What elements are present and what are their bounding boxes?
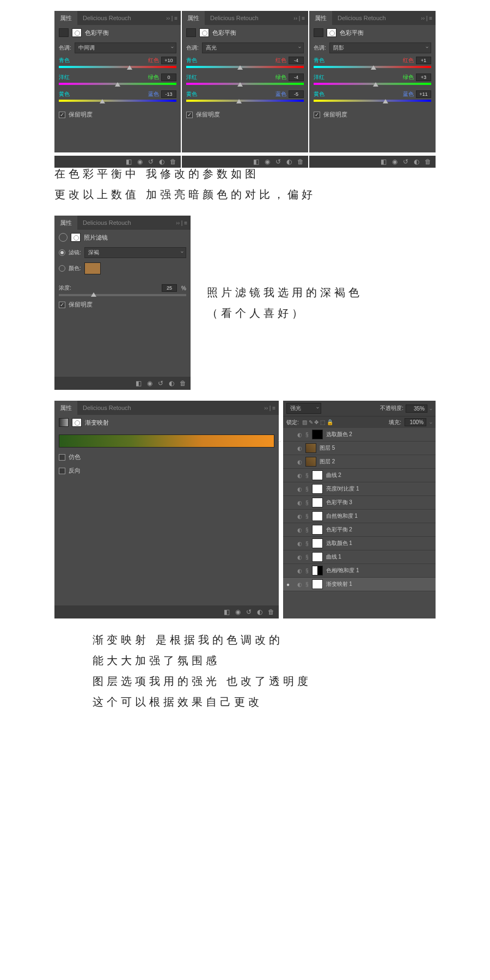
- reset-icon[interactable]: ↺: [158, 379, 163, 387]
- layer-thumbnail[interactable]: [312, 470, 323, 480]
- mask-icon[interactable]: [72, 418, 82, 427]
- link-icon[interactable]: §: [305, 541, 309, 547]
- panel-menu-icon[interactable]: ›› | ≡: [176, 220, 191, 226]
- color-slider[interactable]: [186, 100, 304, 105]
- link-icon[interactable]: §: [305, 527, 309, 533]
- layer-thumbnail[interactable]: [305, 457, 316, 467]
- adjustment-icon[interactable]: [59, 233, 68, 242]
- visibility-icon[interactable]: ●: [286, 500, 294, 506]
- link-icon[interactable]: §: [305, 568, 309, 574]
- density-slider[interactable]: [59, 294, 186, 296]
- link-icon[interactable]: §: [305, 473, 309, 479]
- reverse-checkbox[interactable]: [59, 468, 65, 474]
- layer-thumbnail[interactable]: [312, 430, 323, 439]
- opacity-input[interactable]: 35%: [406, 405, 427, 413]
- panel-menu-icon[interactable]: ›› | ≡: [421, 15, 436, 21]
- mask-icon[interactable]: [71, 233, 81, 242]
- view-icon[interactable]: ◉: [235, 608, 241, 616]
- preserve-luminosity-checkbox[interactable]: [186, 112, 193, 118]
- color-slider[interactable]: [59, 66, 176, 71]
- slider-value[interactable]: +10: [161, 57, 176, 64]
- link-icon[interactable]: §: [305, 486, 309, 492]
- view-icon[interactable]: ◉: [147, 379, 152, 387]
- visibility-icon[interactable]: ◐: [257, 608, 262, 616]
- tab-properties[interactable]: 属性: [182, 11, 205, 25]
- color-radio[interactable]: [59, 265, 65, 272]
- layer-thumbnail[interactable]: [305, 443, 316, 453]
- panel-menu-icon[interactable]: ›› | ≡: [293, 15, 308, 21]
- trash-icon[interactable]: 🗑: [180, 379, 186, 387]
- link-icon[interactable]: ◐: [297, 459, 302, 465]
- layer-thumbnail[interactable]: [312, 579, 323, 589]
- color-slider[interactable]: [186, 83, 304, 88]
- filter-dropdown[interactable]: 深褐: [84, 247, 186, 258]
- layer-row[interactable]: ● ◐ § 曲线 2: [283, 469, 436, 482]
- layer-thumbnail[interactable]: [312, 498, 323, 507]
- dither-checkbox[interactable]: [59, 454, 65, 461]
- view-icon[interactable]: ◉: [392, 158, 397, 166]
- link-icon[interactable]: ◐: [297, 513, 302, 519]
- clip-icon[interactable]: ◧: [136, 379, 142, 387]
- link-icon[interactable]: §: [305, 432, 309, 438]
- layer-row[interactable]: ● ◐ 图层 2: [283, 455, 436, 469]
- trash-icon[interactable]: 🗑: [425, 158, 431, 166]
- blend-mode-dropdown[interactable]: 强光: [286, 403, 321, 414]
- adjustment-icon[interactable]: [314, 28, 323, 37]
- color-slider[interactable]: [314, 100, 431, 105]
- layer-row[interactable]: ● ◐ § 选取颜色 2: [283, 428, 436, 442]
- link-icon[interactable]: §: [305, 513, 309, 519]
- trash-icon[interactable]: 🗑: [268, 608, 274, 616]
- tab-properties[interactable]: 属性: [54, 11, 77, 25]
- mask-icon[interactable]: [199, 28, 209, 37]
- link-icon[interactable]: ◐: [297, 445, 302, 451]
- link-icon[interactable]: ◐: [297, 581, 302, 587]
- color-slider[interactable]: [186, 66, 304, 71]
- layer-thumbnail[interactable]: [312, 484, 323, 494]
- preserve-luminosity-checkbox[interactable]: [59, 112, 65, 118]
- layer-row[interactable]: ● ◐ § 色相/饱和度 1: [283, 564, 436, 578]
- link-icon[interactable]: ◐: [297, 486, 302, 492]
- visibility-icon[interactable]: ●: [286, 513, 294, 519]
- slider-value[interactable]: 0: [161, 74, 176, 81]
- tab-properties[interactable]: 属性: [54, 216, 77, 230]
- layer-thumbnail[interactable]: [312, 538, 323, 548]
- color-swatch[interactable]: [84, 262, 101, 274]
- slider-value[interactable]: -4: [289, 74, 304, 81]
- visibility-icon[interactable]: ●: [286, 432, 294, 438]
- layer-row[interactable]: ● ◐ § 自然饱和度 1: [283, 510, 436, 523]
- link-icon[interactable]: ◐: [297, 500, 302, 506]
- visibility-icon[interactable]: ●: [286, 554, 294, 560]
- view-icon[interactable]: ◉: [265, 158, 270, 166]
- adjustment-icon[interactable]: [59, 28, 69, 37]
- tab-properties[interactable]: 属性: [54, 401, 77, 415]
- tone-dropdown[interactable]: 阴影: [329, 42, 431, 53]
- fill-input[interactable]: 100%: [405, 418, 426, 426]
- slider-value[interactable]: -13: [161, 90, 176, 98]
- clip-icon[interactable]: ◧: [381, 158, 387, 166]
- color-slider[interactable]: [314, 83, 431, 88]
- trash-icon[interactable]: 🗑: [297, 158, 304, 166]
- slider-value[interactable]: +1: [416, 57, 431, 64]
- color-slider[interactable]: [59, 100, 176, 105]
- tone-dropdown[interactable]: 高光: [202, 42, 304, 53]
- layer-thumbnail[interactable]: [312, 525, 323, 535]
- reset-icon[interactable]: ↺: [403, 158, 408, 166]
- tab-plugin[interactable]: Delicious Retouch: [205, 11, 264, 25]
- tab-plugin[interactable]: Delicious Retouch: [77, 216, 137, 230]
- layer-thumbnail[interactable]: [312, 511, 323, 521]
- layer-row[interactable]: ● ◐ 图层 5: [283, 442, 436, 455]
- layer-row[interactable]: ● ◐ § 选取颜色 1: [283, 537, 436, 550]
- layer-row[interactable]: ● ◐ § 色彩平衡 2: [283, 523, 436, 537]
- clip-icon[interactable]: ◧: [224, 608, 230, 616]
- mask-icon[interactable]: [327, 28, 336, 37]
- visibility-icon[interactable]: ●: [286, 486, 294, 492]
- link-icon[interactable]: ◐: [297, 432, 302, 438]
- tone-dropdown[interactable]: 中间调: [75, 42, 176, 53]
- preserve-luminosity-checkbox[interactable]: [59, 302, 65, 308]
- mask-icon[interactable]: [72, 28, 82, 37]
- tab-plugin[interactable]: Delicious Retouch: [77, 401, 137, 415]
- slider-value[interactable]: +3: [416, 74, 431, 81]
- color-slider[interactable]: [314, 66, 431, 71]
- visibility-icon[interactable]: ●: [286, 459, 294, 465]
- layer-thumbnail[interactable]: [312, 552, 323, 562]
